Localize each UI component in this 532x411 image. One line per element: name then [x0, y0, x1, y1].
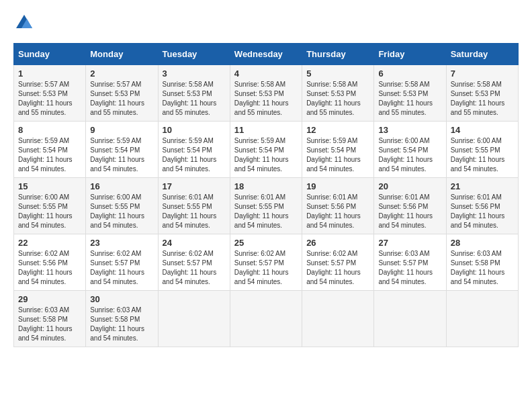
- sunset-text: Sunset: 5:53 PM: [90, 90, 140, 97]
- sunrise-text: Sunrise: 5:59 AM: [18, 137, 69, 144]
- sunset-text: Sunset: 5:57 PM: [306, 259, 356, 267]
- calendar-day-cell: 6 Sunrise: 5:58 AM Sunset: 5:53 PM Dayli…: [374, 64, 446, 121]
- daylight-text: Daylight: 11 hours: [163, 269, 217, 276]
- weekday-header: Wednesday: [230, 43, 302, 64]
- daylight-text: Daylight: 11 hours: [90, 269, 144, 276]
- sunset-text: Sunset: 5:54 PM: [18, 146, 68, 154]
- calendar-table: SundayMondayTuesdayWednesdayThursdayFrid…: [13, 43, 519, 347]
- sunset-text: Sunset: 5:58 PM: [451, 259, 500, 267]
- sunrise-text: Sunrise: 5:58 AM: [234, 81, 285, 88]
- weekday-header: Friday: [374, 43, 446, 64]
- calendar-day-cell: 26 Sunrise: 6:02 AM Sunset: 5:57 PM Dayl…: [302, 234, 374, 290]
- sunrise-text: Sunrise: 6:00 AM: [90, 193, 141, 201]
- day-info: Sunrise: 5:59 AM Sunset: 5:54 PM Dayligh…: [306, 136, 369, 174]
- calendar-day-cell: 2 Sunrise: 5:57 AM Sunset: 5:53 PM Dayli…: [86, 64, 158, 121]
- sunset-text: Sunset: 5:53 PM: [378, 90, 428, 97]
- day-info: Sunrise: 6:01 AM Sunset: 5:56 PM Dayligh…: [306, 193, 369, 230]
- sunset-text: Sunset: 5:55 PM: [163, 203, 212, 210]
- daylight-text: Daylight: 11 hours: [378, 269, 433, 276]
- daylight-text: Daylight: 11 hours: [163, 99, 217, 107]
- sunrise-text: Sunrise: 5:58 AM: [378, 81, 429, 88]
- calendar-header-row: SundayMondayTuesdayWednesdayThursdayFrid…: [14, 43, 519, 64]
- daylight-text: Daylight: 11 hours: [378, 99, 433, 107]
- day-info: Sunrise: 6:02 AM Sunset: 5:57 PM Dayligh…: [90, 249, 153, 287]
- sunset-text: Sunset: 5:56 PM: [451, 203, 500, 210]
- day-info: Sunrise: 6:00 AM Sunset: 5:55 PM Dayligh…: [18, 193, 81, 230]
- sunrise-text: Sunrise: 5:59 AM: [234, 137, 285, 144]
- daylight-minutes: and 54 minutes.: [378, 165, 426, 173]
- calendar-day-cell: 20 Sunrise: 6:01 AM Sunset: 5:56 PM Dayl…: [374, 177, 446, 234]
- daylight-minutes: and 54 minutes.: [163, 222, 210, 229]
- sunrise-text: Sunrise: 6:03 AM: [90, 306, 141, 314]
- daylight-minutes: and 54 minutes.: [234, 278, 282, 285]
- sunrise-text: Sunrise: 6:01 AM: [378, 193, 429, 201]
- calendar-day-cell: 3 Sunrise: 5:58 AM Sunset: 5:53 PM Dayli…: [158, 64, 230, 121]
- daylight-minutes: and 54 minutes.: [234, 165, 282, 173]
- sunset-text: Sunset: 5:54 PM: [163, 146, 212, 154]
- calendar-day-cell: [446, 290, 518, 347]
- calendar-day-cell: 1 Sunrise: 5:57 AM Sunset: 5:53 PM Dayli…: [14, 64, 86, 121]
- day-info: Sunrise: 6:03 AM Sunset: 5:58 PM Dayligh…: [18, 306, 81, 343]
- day-number: 4: [234, 68, 298, 79]
- daylight-minutes: and 55 minutes.: [234, 109, 282, 116]
- calendar-day-cell: 11 Sunrise: 5:59 AM Sunset: 5:54 PM Dayl…: [230, 121, 302, 177]
- calendar-day-cell: 23 Sunrise: 6:02 AM Sunset: 5:57 PM Dayl…: [86, 234, 158, 290]
- sunrise-text: Sunrise: 5:57 AM: [18, 81, 69, 88]
- day-number: 1: [18, 68, 81, 79]
- day-info: Sunrise: 6:01 AM Sunset: 5:56 PM Dayligh…: [451, 193, 514, 230]
- sunset-text: Sunset: 5:53 PM: [18, 90, 68, 97]
- sunrise-text: Sunrise: 5:59 AM: [306, 137, 357, 144]
- day-info: Sunrise: 6:02 AM Sunset: 5:56 PM Dayligh…: [18, 249, 81, 287]
- day-number: 30: [90, 294, 153, 304]
- daylight-text: Daylight: 11 hours: [306, 156, 361, 163]
- daylight-text: Daylight: 11 hours: [451, 212, 505, 220]
- calendar-day-cell: 25 Sunrise: 6:02 AM Sunset: 5:57 PM Dayl…: [230, 234, 302, 290]
- daylight-minutes: and 54 minutes.: [163, 278, 210, 285]
- day-info: Sunrise: 6:03 AM Sunset: 5:58 PM Dayligh…: [90, 306, 153, 343]
- sunrise-text: Sunrise: 5:58 AM: [163, 81, 214, 88]
- day-info: Sunrise: 6:02 AM Sunset: 5:57 PM Dayligh…: [234, 249, 298, 287]
- daylight-text: Daylight: 11 hours: [234, 156, 289, 163]
- calendar-day-cell: 16 Sunrise: 6:00 AM Sunset: 5:55 PM Dayl…: [86, 177, 158, 234]
- day-number: 3: [163, 68, 226, 79]
- day-number: 28: [451, 238, 514, 248]
- weekday-header: Monday: [86, 43, 158, 64]
- calendar-day-cell: 28 Sunrise: 6:03 AM Sunset: 5:58 PM Dayl…: [446, 234, 518, 290]
- daylight-text: Daylight: 11 hours: [451, 99, 505, 107]
- daylight-minutes: and 55 minutes.: [18, 109, 66, 116]
- day-info: Sunrise: 5:59 AM Sunset: 5:54 PM Dayligh…: [18, 136, 81, 174]
- day-number: 21: [451, 181, 514, 191]
- daylight-minutes: and 55 minutes.: [163, 109, 210, 116]
- sunset-text: Sunset: 5:55 PM: [451, 146, 500, 154]
- calendar-day-cell: 5 Sunrise: 5:58 AM Sunset: 5:53 PM Dayli…: [302, 64, 374, 121]
- daylight-text: Daylight: 11 hours: [18, 325, 73, 332]
- daylight-minutes: and 54 minutes.: [18, 165, 66, 173]
- sunset-text: Sunset: 5:56 PM: [18, 259, 68, 267]
- page-header: [13, 13, 519, 36]
- daylight-minutes: and 54 minutes.: [18, 278, 66, 285]
- daylight-text: Daylight: 11 hours: [18, 99, 73, 107]
- day-number: 20: [378, 181, 441, 191]
- day-number: 27: [378, 238, 441, 248]
- sunset-text: Sunset: 5:54 PM: [378, 146, 428, 154]
- sunset-text: Sunset: 5:53 PM: [306, 90, 356, 97]
- day-info: Sunrise: 5:57 AM Sunset: 5:53 PM Dayligh…: [90, 80, 153, 118]
- sunrise-text: Sunrise: 6:02 AM: [306, 250, 357, 257]
- calendar-day-cell: 24 Sunrise: 6:02 AM Sunset: 5:57 PM Dayl…: [158, 234, 230, 290]
- calendar-day-cell: 17 Sunrise: 6:01 AM Sunset: 5:55 PM Dayl…: [158, 177, 230, 234]
- day-number: 16: [90, 181, 153, 191]
- day-info: Sunrise: 5:59 AM Sunset: 5:54 PM Dayligh…: [234, 136, 298, 174]
- day-number: 5: [306, 68, 369, 79]
- day-number: 15: [18, 181, 81, 191]
- daylight-minutes: and 54 minutes.: [90, 165, 138, 173]
- sunset-text: Sunset: 5:55 PM: [234, 203, 284, 210]
- calendar-day-cell: 9 Sunrise: 5:59 AM Sunset: 5:54 PM Dayli…: [86, 121, 158, 177]
- daylight-minutes: and 54 minutes.: [18, 334, 66, 342]
- daylight-text: Daylight: 11 hours: [90, 325, 144, 332]
- weekday-header: Saturday: [446, 43, 518, 64]
- daylight-minutes: and 54 minutes.: [90, 278, 138, 285]
- day-number: 17: [163, 181, 226, 191]
- day-number: 29: [18, 294, 81, 304]
- daylight-minutes: and 54 minutes.: [451, 165, 498, 173]
- day-number: 7: [451, 68, 514, 79]
